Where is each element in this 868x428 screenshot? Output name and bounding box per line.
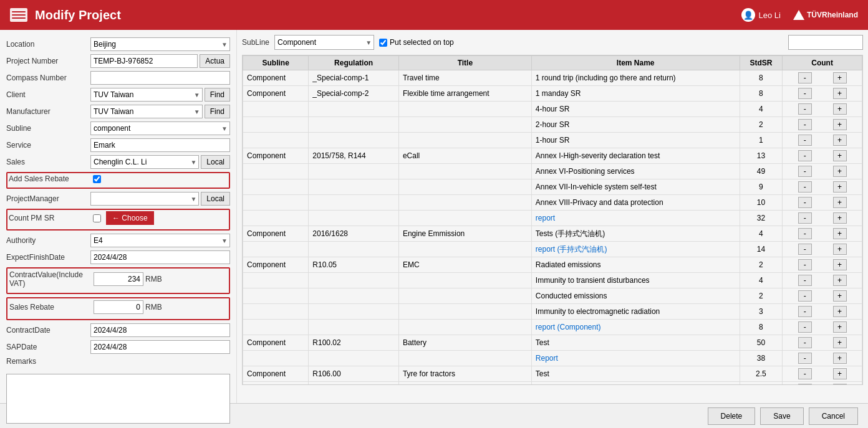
count-cell: - + [783, 288, 862, 304]
item-name-cell[interactable]: report [531, 211, 740, 226]
count-minus-button[interactable]: - [798, 353, 812, 364]
manufacturer-label: Manufacturer [6, 107, 90, 116]
location-select[interactable]: Beijing [90, 37, 230, 51]
manufacturer-find-button[interactable]: Find [205, 105, 230, 118]
count-plus-button[interactable]: + [833, 197, 847, 208]
table-cell [398, 382, 531, 386]
put-selected-checkbox[interactable] [379, 39, 387, 47]
table-cell: Component [243, 366, 309, 382]
subline-select-wrapper: component ▼ [90, 121, 230, 135]
count-minus-button[interactable]: - [798, 306, 812, 317]
sales-select[interactable]: Chenglin C.L. Li [90, 155, 199, 169]
delete-button[interactable]: Delete [708, 407, 756, 425]
count-plus-button[interactable]: + [833, 321, 847, 333]
sap-date-input[interactable] [90, 340, 230, 354]
count-pm-sr-highlighted: Count PM SR ← Choose [6, 209, 230, 231]
count-plus-button[interactable]: + [833, 228, 847, 239]
count-plus-button[interactable]: + [833, 212, 847, 224]
count-minus-button[interactable]: - [798, 290, 812, 302]
contract-date-input[interactable] [90, 323, 230, 337]
count-plus-button[interactable]: + [833, 119, 847, 130]
item-name-cell[interactable]: report [531, 382, 740, 386]
client-find-button[interactable]: Find [205, 88, 230, 102]
table-cell [309, 211, 399, 226]
choose-button[interactable]: ← Choose [106, 211, 154, 225]
remarks-textarea[interactable] [6, 374, 230, 424]
count-cell: - + [783, 195, 862, 211]
count-minus-button[interactable]: - [798, 259, 812, 270]
sales-local-button[interactable]: Local [201, 155, 230, 169]
count-plus-button[interactable]: + [833, 259, 847, 270]
search-box-right[interactable] [788, 35, 863, 50]
count-minus-button[interactable]: - [798, 88, 812, 99]
expect-finish-date-input[interactable] [90, 250, 230, 264]
project-manager-select[interactable] [90, 192, 199, 206]
count-minus-button[interactable]: - [798, 103, 812, 115]
std-sr-cell: 2 [740, 257, 783, 273]
count-minus-button[interactable]: - [798, 321, 812, 333]
authority-select[interactable]: E4 [90, 234, 230, 247]
actual-button[interactable]: Actua [200, 54, 230, 68]
item-name-cell[interactable]: report (手持式汽油机) [531, 242, 740, 257]
sales-rebate-input[interactable] [94, 300, 143, 314]
add-sales-rebate-checkbox[interactable] [93, 175, 101, 183]
put-selected-label: Put selected on top [390, 38, 454, 47]
count-minus-button[interactable]: - [798, 244, 812, 255]
compass-number-input[interactable] [90, 71, 230, 85]
count-minus-button[interactable]: - [798, 337, 812, 348]
count-minus-button[interactable]: - [798, 166, 812, 177]
count-minus-button[interactable]: - [798, 181, 812, 193]
table-cell: Travel time [398, 70, 531, 86]
save-button[interactable]: Save [760, 407, 803, 425]
table-cell [309, 133, 399, 148]
count-plus-button[interactable]: + [833, 275, 847, 286]
count-plus-button[interactable]: + [833, 166, 847, 177]
count-minus-button[interactable]: - [798, 275, 812, 286]
count-minus-button[interactable]: - [798, 150, 812, 161]
table-cell: R10.05 [309, 257, 399, 273]
project-manager-label: ProjectManager [6, 194, 90, 203]
remarks-row: Remarks [6, 357, 230, 366]
count-minus-button[interactable]: - [798, 135, 812, 146]
count-plus-button[interactable]: + [833, 103, 847, 115]
count-plus-button[interactable]: + [833, 306, 847, 317]
cancel-button[interactable]: Cancel [809, 407, 858, 425]
count-controls: - + [786, 166, 858, 177]
count-minus-button[interactable]: - [798, 119, 812, 130]
count-minus-button[interactable]: - [798, 228, 812, 239]
count-minus-button[interactable]: - [798, 384, 812, 385]
count-plus-button[interactable]: + [833, 368, 847, 379]
count-plus-button[interactable]: + [833, 290, 847, 302]
count-plus-button[interactable]: + [833, 181, 847, 193]
table-cell: Tyre for tractors [398, 366, 531, 382]
expect-finish-date-row: ExpectFinishDate [6, 250, 230, 264]
count-plus-button[interactable]: + [833, 150, 847, 161]
manufacturer-select[interactable]: TUV Taiwan [90, 105, 203, 118]
project-number-input[interactable] [90, 54, 198, 68]
count-minus-button[interactable]: - [798, 197, 812, 208]
item-name-cell: Conducted emissions [531, 288, 740, 304]
service-input[interactable] [90, 138, 230, 152]
right-panel: SubLine Component ▼ Put selected on top … [237, 30, 868, 403]
location-row: Location Beijing ▼ [6, 37, 230, 51]
subline-select[interactable]: component [90, 121, 230, 135]
count-pm-sr-checkbox[interactable] [93, 214, 101, 222]
count-plus-button[interactable]: + [833, 88, 847, 99]
count-minus-button[interactable]: - [798, 368, 812, 379]
count-plus-button[interactable]: + [833, 384, 847, 385]
subline-dropdown[interactable]: Component [274, 35, 374, 50]
contract-value-input[interactable] [94, 272, 143, 286]
count-plus-button[interactable]: + [833, 353, 847, 364]
count-plus-button[interactable]: + [833, 72, 847, 83]
client-select[interactable]: TUV Taiwan [90, 88, 203, 102]
item-name-cell[interactable]: Report [531, 351, 740, 366]
item-name-cell[interactable]: report (Component) [531, 320, 740, 335]
count-plus-button[interactable]: + [833, 244, 847, 255]
count-cell: - + [783, 70, 862, 86]
std-sr-cell: 2.5 [740, 366, 783, 382]
count-plus-button[interactable]: + [833, 337, 847, 348]
count-plus-button[interactable]: + [833, 135, 847, 146]
count-minus-button[interactable]: - [798, 72, 812, 83]
count-minus-button[interactable]: - [798, 212, 812, 224]
project-manager-local-button[interactable]: Local [201, 192, 230, 206]
